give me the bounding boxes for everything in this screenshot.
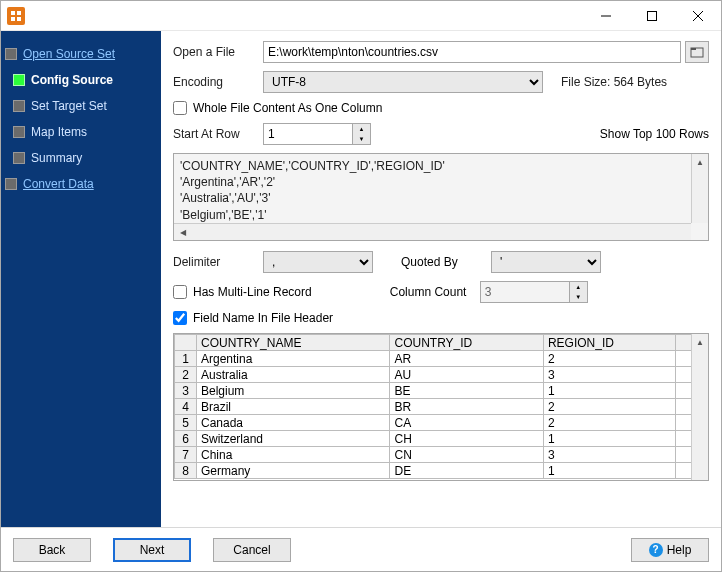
svg-rect-5 xyxy=(648,11,657,20)
cell: CH xyxy=(390,431,543,447)
cell: 1 xyxy=(543,463,676,479)
whole-file-checkbox[interactable]: Whole File Content As One Column xyxy=(173,101,382,115)
encoding-label: Encoding xyxy=(173,75,263,89)
step-map-items[interactable]: Map Items xyxy=(13,119,157,145)
column-count-input xyxy=(480,281,570,303)
start-row-input[interactable] xyxy=(263,123,353,145)
cell: BE xyxy=(390,383,543,399)
help-button[interactable]: ?Help xyxy=(631,538,709,562)
step-label: Set Target Set xyxy=(31,99,107,113)
delimiter-label: Delimiter xyxy=(173,255,263,269)
maximize-button[interactable] xyxy=(629,1,675,31)
step-summary[interactable]: Summary xyxy=(13,145,157,171)
table-row[interactable]: 7ChinaCN3 xyxy=(175,447,692,463)
open-file-label: Open a File xyxy=(173,45,263,59)
cell: CN xyxy=(390,447,543,463)
preview-line: 'Argentina','AR','2' xyxy=(180,174,702,190)
grid-scrollbar-v[interactable]: ▲ xyxy=(691,334,708,480)
cell: DE xyxy=(390,463,543,479)
row-number: 4 xyxy=(175,399,197,415)
cell: BR xyxy=(390,399,543,415)
svg-rect-3 xyxy=(17,17,21,21)
cell: 3 xyxy=(543,367,676,383)
preview-scrollbar-h[interactable]: ◀ xyxy=(174,223,691,240)
row-number: 8 xyxy=(175,463,197,479)
minimize-button[interactable] xyxy=(583,1,629,31)
table-row[interactable]: 6SwitzerlandCH1 xyxy=(175,431,692,447)
spin-down-icon[interactable]: ▼ xyxy=(353,134,370,144)
cell: AU xyxy=(390,367,543,383)
cell: CA xyxy=(390,415,543,431)
titlebar xyxy=(1,1,721,31)
row-number: 6 xyxy=(175,431,197,447)
svg-rect-9 xyxy=(691,48,696,50)
step-label: Map Items xyxy=(31,125,87,139)
field-header-label: Field Name In File Header xyxy=(193,311,333,325)
row-number: 2 xyxy=(175,367,197,383)
wizard-sidebar: Open Source Set Config Source Set Target… xyxy=(1,31,161,527)
spin-up-icon[interactable]: ▲ xyxy=(353,124,370,134)
row-number: 3 xyxy=(175,383,197,399)
start-row-label: Start At Row xyxy=(173,127,263,141)
file-preview: 'COUNTRY_NAME','COUNTRY_ID','REGION_ID''… xyxy=(173,153,709,241)
encoding-select[interactable]: UTF-8 xyxy=(263,71,543,93)
cell: Switzerland xyxy=(197,431,390,447)
start-row-spinner[interactable]: ▲▼ xyxy=(263,123,371,145)
cell: Canada xyxy=(197,415,390,431)
cell: 2 xyxy=(543,415,676,431)
column-header[interactable]: COUNTRY_NAME xyxy=(197,335,390,351)
file-path-input[interactable] xyxy=(263,41,681,63)
content-panel: Open a File Encoding UTF-8 File Size: 56… xyxy=(161,31,721,527)
file-size-label: File Size: 564 Bytes xyxy=(561,75,667,89)
multiline-label: Has Multi-Line Record xyxy=(193,285,312,299)
step-label: Open Source Set xyxy=(23,47,115,61)
next-button[interactable]: Next xyxy=(113,538,191,562)
row-number: 5 xyxy=(175,415,197,431)
table-row[interactable]: 8GermanyDE1 xyxy=(175,463,692,479)
row-number: 1 xyxy=(175,351,197,367)
cancel-button[interactable]: Cancel xyxy=(213,538,291,562)
step-set-target-set[interactable]: Set Target Set xyxy=(13,93,157,119)
step-config-source[interactable]: Config Source xyxy=(13,67,157,93)
table-row[interactable]: 5CanadaCA2 xyxy=(175,415,692,431)
whole-file-label: Whole File Content As One Column xyxy=(193,101,382,115)
cell: 2 xyxy=(543,351,676,367)
help-icon: ? xyxy=(649,543,663,557)
browse-button[interactable] xyxy=(685,41,709,63)
svg-rect-0 xyxy=(11,11,15,15)
step-open-source-set[interactable]: Open Source Set xyxy=(5,41,157,67)
delimiter-select[interactable]: , xyxy=(263,251,373,273)
spin-up-icon: ▲ xyxy=(570,282,587,292)
close-button[interactable] xyxy=(675,1,721,31)
svg-rect-1 xyxy=(17,11,21,15)
step-label: Convert Data xyxy=(23,177,94,191)
column-header[interactable]: COUNTRY_ID xyxy=(390,335,543,351)
preview-line: 'COUNTRY_NAME','COUNTRY_ID','REGION_ID' xyxy=(180,158,702,174)
preview-scrollbar-v[interactable]: ▲ xyxy=(691,154,708,223)
cell: Belgium xyxy=(197,383,390,399)
table-row[interactable]: 1ArgentinaAR2 xyxy=(175,351,692,367)
multiline-checkbox[interactable]: Has Multi-Line Record xyxy=(173,285,312,299)
cell: 2 xyxy=(543,399,676,415)
table-row[interactable]: 2AustraliaAU3 xyxy=(175,367,692,383)
table-row[interactable]: 4BrazilBR2 xyxy=(175,399,692,415)
table-row[interactable]: 3BelgiumBE1 xyxy=(175,383,692,399)
back-button[interactable]: Back xyxy=(13,538,91,562)
column-count-label: Column Count xyxy=(390,285,480,299)
cell: AR xyxy=(390,351,543,367)
quoted-label: Quoted By xyxy=(401,255,491,269)
svg-rect-2 xyxy=(11,17,15,21)
show-top-label: Show Top 100 Rows xyxy=(600,127,709,141)
quoted-select[interactable]: ' xyxy=(491,251,601,273)
row-number: 7 xyxy=(175,447,197,463)
cell: 3 xyxy=(543,447,676,463)
cell: Brazil xyxy=(197,399,390,415)
field-header-checkbox[interactable]: Field Name In File Header xyxy=(173,311,333,325)
column-header[interactable]: REGION_ID xyxy=(543,335,676,351)
spin-down-icon: ▼ xyxy=(570,292,587,302)
step-convert-data[interactable]: Convert Data xyxy=(5,171,157,197)
wizard-footer: Back Next Cancel ?Help xyxy=(1,527,721,571)
app-icon xyxy=(7,7,25,25)
step-label: Config Source xyxy=(31,73,113,87)
cell: 1 xyxy=(543,431,676,447)
